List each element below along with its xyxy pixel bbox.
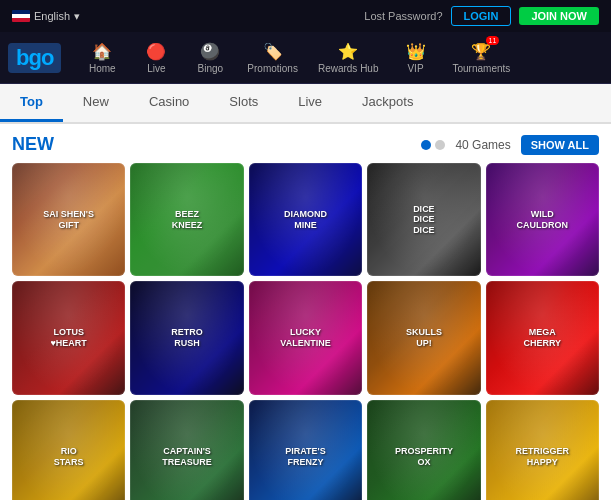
nav-item-vip[interactable]: 👑 VIP	[391, 38, 441, 78]
header-actions: Lost Password? LOGIN JOIN NOW	[364, 6, 599, 26]
nav-items: 🏠 Home 🔴 Live 🎱 Bingo 🏷️ Promotions ⭐ Re…	[77, 38, 603, 78]
join-button[interactable]: JOIN NOW	[519, 7, 599, 25]
game-title-13: PIRATE'S FRENZY	[281, 442, 329, 472]
category-tabs: TopNewCasinoSlotsLiveJackpots	[0, 84, 611, 124]
game-title-5: WILD CAULDRON	[513, 205, 573, 235]
game-title-11: RIO STARS	[50, 442, 88, 472]
nav-label-tournaments: Tournaments	[453, 63, 511, 74]
game-card[interactable]: LUCKY VALENTINE	[249, 281, 362, 394]
tournament-badge: 11	[486, 36, 500, 45]
login-button[interactable]: LOGIN	[451, 6, 512, 26]
game-title-7: RETRO RUSH	[167, 323, 207, 353]
game-card[interactable]: SAI SHEN'S GIFT	[12, 163, 125, 276]
nav-item-tournaments[interactable]: 🏆 11 Tournaments	[445, 38, 519, 78]
main-nav: bgo 🏠 Home 🔴 Live 🎱 Bingo 🏷️ Promotions …	[0, 32, 611, 84]
nav-label-rewards: Rewards Hub	[318, 63, 379, 74]
game-card[interactable]: RETRIGGER HAPPY	[486, 400, 599, 500]
nav-item-rewards[interactable]: ⭐ Rewards Hub	[310, 38, 387, 78]
game-card[interactable]: PROSPERITY OX	[367, 400, 480, 500]
game-title-2: BEEZ KNEEZ	[168, 205, 207, 235]
section-header: NEW 40 Games SHOW ALL	[12, 134, 599, 155]
nav-icon-live: 🔴	[146, 42, 166, 61]
nav-label-bingo: Bingo	[198, 63, 224, 74]
nav-icon-bingo: 🎱	[200, 42, 220, 61]
nav-label-vip: VIP	[407, 63, 423, 74]
nav-item-home[interactable]: 🏠 Home	[77, 38, 127, 78]
tab-jackpots[interactable]: Jackpots	[342, 84, 433, 122]
nav-icon-rewards: ⭐	[338, 42, 358, 61]
game-title-4: DICE DICE DICE	[409, 200, 439, 240]
pagination-dots	[421, 140, 445, 150]
tab-live[interactable]: Live	[278, 84, 342, 122]
game-card[interactable]: MEGA CHERRY	[486, 281, 599, 394]
game-title-3: DIAMOND MINE	[280, 205, 331, 235]
game-title-8: LUCKY VALENTINE	[276, 323, 334, 353]
main-content: NEW 40 Games SHOW ALL SAI SHEN'S GIFTBEE…	[0, 124, 611, 500]
games-count: 40 Games	[455, 138, 510, 152]
lost-password-link[interactable]: Lost Password?	[364, 10, 442, 22]
nav-icon-promotions: 🏷️	[263, 42, 283, 61]
section-controls: 40 Games SHOW ALL	[421, 135, 599, 155]
nav-item-bingo[interactable]: 🎱 Bingo	[185, 38, 235, 78]
section-title: NEW	[12, 134, 54, 155]
game-card[interactable]: PIRATE'S FRENZY	[249, 400, 362, 500]
game-title-9: SKULLS UP!	[402, 323, 446, 353]
game-card[interactable]: DICE DICE DICE	[367, 163, 480, 276]
game-card[interactable]: RETRO RUSH	[130, 281, 243, 394]
nav-item-live[interactable]: 🔴 Live	[131, 38, 181, 78]
game-card[interactable]: BEEZ KNEEZ	[130, 163, 243, 276]
site-header: English ▾ Lost Password? LOGIN JOIN NOW	[0, 0, 611, 32]
logo-text: bgo	[16, 45, 53, 70]
game-card[interactable]: LOTUS ♥HEART	[12, 281, 125, 394]
game-card[interactable]: SKULLS UP!	[367, 281, 480, 394]
flag-icon	[12, 10, 30, 22]
tab-top[interactable]: Top	[0, 84, 63, 122]
game-card[interactable]: RIO STARS	[12, 400, 125, 500]
nav-label-home: Home	[89, 63, 116, 74]
game-card[interactable]: DIAMOND MINE	[249, 163, 362, 276]
nav-icon-tournaments: 🏆	[471, 43, 491, 60]
game-title-1: SAI SHEN'S GIFT	[39, 205, 98, 235]
language-label: English	[34, 10, 70, 22]
show-all-button[interactable]: SHOW ALL	[521, 135, 599, 155]
game-title-12: CAPTAIN'S TREASURE	[158, 442, 216, 472]
game-title-6: LOTUS ♥HEART	[47, 323, 91, 353]
game-title-10: MEGA CHERRY	[519, 323, 565, 353]
nav-item-promotions[interactable]: 🏷️ Promotions	[239, 38, 306, 78]
dot-1[interactable]	[421, 140, 431, 150]
nav-icon-vip: 👑	[406, 42, 426, 61]
game-title-14: PROSPERITY OX	[391, 442, 457, 472]
nav-label-promotions: Promotions	[247, 63, 298, 74]
nav-icon-home: 🏠	[92, 42, 112, 61]
tab-slots[interactable]: Slots	[209, 84, 278, 122]
site-logo[interactable]: bgo	[8, 43, 61, 73]
tab-new[interactable]: New	[63, 84, 129, 122]
game-card[interactable]: WILD CAULDRON	[486, 163, 599, 276]
chevron-down-icon: ▾	[74, 10, 80, 23]
game-grid: SAI SHEN'S GIFTBEEZ KNEEZDIAMOND MINEDIC…	[12, 163, 599, 500]
tab-casino[interactable]: Casino	[129, 84, 209, 122]
game-title-15: RETRIGGER HAPPY	[512, 442, 574, 472]
dot-2[interactable]	[435, 140, 445, 150]
game-card[interactable]: CAPTAIN'S TREASURE	[130, 400, 243, 500]
language-selector[interactable]: English ▾	[12, 10, 80, 23]
nav-label-live: Live	[147, 63, 165, 74]
